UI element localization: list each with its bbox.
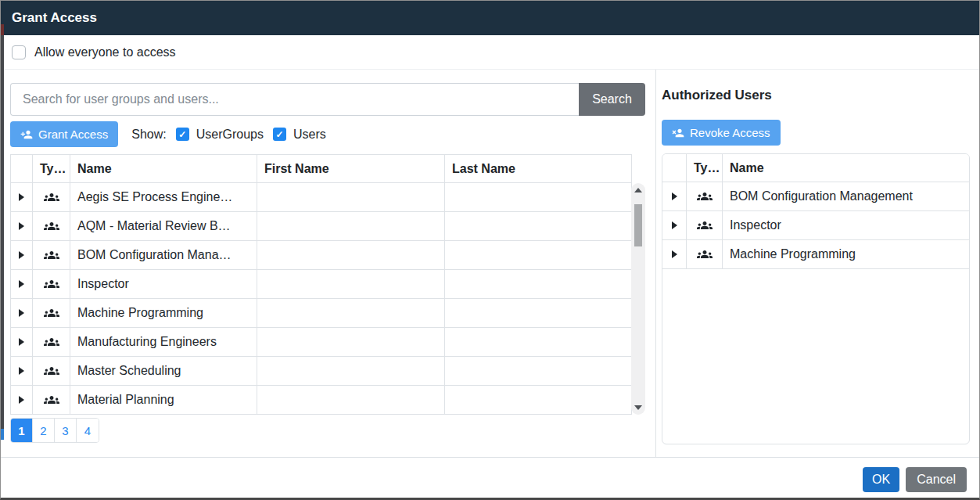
usergroups-checkbox[interactable]: ✓ bbox=[176, 128, 189, 141]
table-row[interactable]: BOM Configuration Management bbox=[662, 182, 970, 211]
results-header-row: Ty… Name First Name Last Name bbox=[11, 155, 632, 183]
pagination: 1234 bbox=[10, 418, 99, 443]
results-header-expand bbox=[11, 155, 33, 183]
users-checkbox[interactable]: ✓ bbox=[273, 128, 286, 141]
authorized-users-title: Authorized Users bbox=[662, 87, 970, 104]
row-type-cell bbox=[33, 183, 70, 212]
person-add-icon bbox=[20, 128, 33, 141]
table-row[interactable]: Machine Programming bbox=[662, 240, 970, 269]
row-type-cell bbox=[33, 357, 70, 386]
table-row[interactable]: Master Scheduling bbox=[11, 357, 632, 386]
allow-everyone-row: Allow everyone to access bbox=[1, 35, 979, 70]
results-table: Ty… Name First Name Last Name Aegis SE P… bbox=[10, 154, 632, 415]
row-name-cell[interactable]: AQM - Material Review B… bbox=[70, 212, 257, 241]
ok-button[interactable]: OK bbox=[863, 467, 899, 492]
table-row[interactable]: Manufacturing Engineers bbox=[11, 328, 632, 357]
table-row[interactable]: Machine Programming bbox=[11, 299, 632, 328]
allow-everyone-checkbox[interactable] bbox=[12, 45, 26, 59]
row-name-cell[interactable]: Manufacturing Engineers bbox=[70, 328, 257, 357]
authorized-header-type[interactable]: Ty… bbox=[687, 154, 723, 182]
page-button-1[interactable]: 1 bbox=[11, 419, 33, 442]
user-group-icon bbox=[44, 247, 59, 263]
background-window-edge bbox=[1, 35, 4, 429]
table-row[interactable]: Inspector bbox=[11, 270, 632, 299]
row-type-cell bbox=[687, 240, 723, 269]
table-row[interactable]: BOM Configuration Mana… bbox=[11, 241, 632, 270]
user-group-icon bbox=[44, 363, 59, 379]
scroll-down-icon[interactable] bbox=[634, 405, 642, 410]
page-button-2[interactable]: 2 bbox=[33, 419, 55, 442]
grant-access-button-label: Grant Access bbox=[38, 128, 108, 141]
table-row[interactable]: Material Planning bbox=[11, 386, 632, 415]
table-row[interactable]: Inspector bbox=[662, 211, 970, 240]
row-first-name-cell bbox=[257, 299, 445, 328]
row-expand-cell[interactable] bbox=[11, 328, 33, 357]
row-name-cell[interactable]: BOM Configuration Management bbox=[723, 182, 970, 211]
authorized-header-name[interactable]: Name bbox=[723, 154, 970, 182]
row-type-cell bbox=[33, 386, 70, 415]
search-input[interactable] bbox=[10, 83, 579, 116]
usergroups-checkbox-label: UserGroups bbox=[196, 128, 264, 142]
row-first-name-cell bbox=[257, 183, 445, 212]
table-row[interactable]: AQM - Material Review B… bbox=[11, 212, 632, 241]
search-button[interactable]: Search bbox=[579, 83, 645, 116]
row-expand-cell[interactable] bbox=[11, 357, 33, 386]
row-expand-cell[interactable] bbox=[11, 183, 33, 212]
row-expand-cell[interactable] bbox=[662, 240, 687, 269]
expand-triangle-icon bbox=[19, 193, 24, 201]
results-header-last-name[interactable]: Last Name bbox=[445, 155, 632, 183]
row-last-name-cell bbox=[445, 183, 632, 212]
row-first-name-cell bbox=[257, 241, 445, 270]
expand-triangle-icon bbox=[672, 192, 677, 200]
results-scrollbar[interactable] bbox=[631, 183, 645, 415]
row-type-cell bbox=[33, 299, 70, 328]
row-name-cell[interactable]: Machine Programming bbox=[70, 299, 257, 328]
results-header-name[interactable]: Name bbox=[70, 155, 257, 183]
row-expand-cell[interactable] bbox=[11, 386, 33, 415]
row-first-name-cell bbox=[257, 212, 445, 241]
row-expand-cell[interactable] bbox=[11, 299, 33, 328]
background-window-edge-red bbox=[1, 24, 4, 35]
user-group-icon bbox=[44, 392, 59, 408]
person-remove-icon bbox=[672, 127, 684, 139]
row-last-name-cell bbox=[445, 241, 632, 270]
revoke-access-button[interactable]: Revoke Access bbox=[662, 120, 781, 146]
row-expand-cell[interactable] bbox=[11, 270, 33, 299]
user-group-icon bbox=[44, 189, 59, 205]
row-last-name-cell bbox=[445, 212, 632, 241]
authorized-header-row: Ty… Name bbox=[662, 154, 970, 182]
row-expand-cell[interactable] bbox=[11, 212, 33, 241]
row-last-name-cell bbox=[445, 386, 632, 415]
row-name-cell[interactable]: BOM Configuration Mana… bbox=[70, 241, 257, 270]
table-row[interactable]: Aegis SE Process Engine… bbox=[11, 183, 632, 212]
cancel-button[interactable]: Cancel bbox=[906, 467, 967, 492]
row-name-cell[interactable]: Aegis SE Process Engine… bbox=[70, 183, 257, 212]
authorized-users-pane: Authorized Users Revoke Access Ty… Name bbox=[656, 70, 979, 457]
row-name-cell[interactable]: Master Scheduling bbox=[70, 357, 257, 386]
row-last-name-cell bbox=[445, 357, 632, 386]
row-name-cell[interactable]: Inspector bbox=[723, 211, 970, 240]
row-name-cell[interactable]: Machine Programming bbox=[723, 240, 970, 269]
search-results-pane: Search Grant Access Show: ✓ UserGroups ✓… bbox=[1, 70, 655, 457]
background-window-edge-blue bbox=[1, 429, 4, 440]
row-expand-cell[interactable] bbox=[662, 211, 687, 240]
expand-triangle-icon bbox=[19, 367, 24, 375]
row-last-name-cell bbox=[445, 299, 632, 328]
users-checkbox-label: Users bbox=[293, 128, 326, 142]
grant-access-button[interactable]: Grant Access bbox=[10, 121, 118, 147]
row-expand-cell[interactable] bbox=[662, 182, 687, 211]
page-button-3[interactable]: 3 bbox=[55, 419, 77, 442]
page-button-4[interactable]: 4 bbox=[77, 419, 99, 442]
grant-access-dialog: Grant Access Allow everyone to access Se… bbox=[0, 0, 980, 500]
user-group-icon bbox=[697, 246, 713, 262]
row-name-cell[interactable]: Material Planning bbox=[70, 386, 257, 415]
user-group-icon bbox=[44, 305, 59, 321]
row-expand-cell[interactable] bbox=[11, 241, 33, 270]
row-name-cell[interactable]: Inspector bbox=[70, 270, 257, 299]
results-header-type[interactable]: Ty… bbox=[33, 155, 70, 183]
scroll-up-icon[interactable] bbox=[634, 188, 642, 192]
results-header-first-name[interactable]: First Name bbox=[257, 155, 445, 183]
dialog-titlebar: Grant Access bbox=[1, 1, 979, 35]
scrollbar-thumb[interactable] bbox=[634, 204, 642, 246]
row-first-name-cell bbox=[257, 270, 445, 299]
